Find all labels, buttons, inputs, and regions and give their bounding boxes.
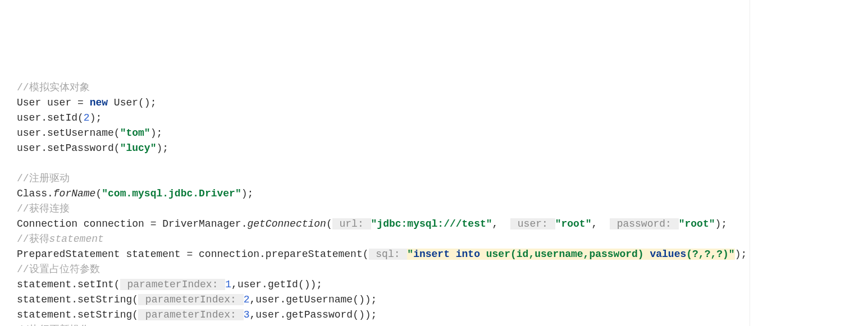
param-hint-url: url: bbox=[332, 218, 371, 229]
comment: //获得连接 bbox=[17, 203, 70, 214]
string: "tom" bbox=[120, 127, 150, 139]
sql-string: "insert into user(id,username,password) … bbox=[407, 249, 734, 260]
string: "jdbc:mysql:///test" bbox=[371, 218, 492, 229]
code: ); bbox=[156, 143, 168, 154]
param-hint-password: password: bbox=[610, 218, 679, 229]
comment: //获得 bbox=[17, 233, 49, 245]
comment: //注册驱动 bbox=[17, 173, 70, 184]
code: ); bbox=[90, 112, 102, 123]
param-hint-index: parameterIndex: bbox=[138, 294, 244, 305]
number: 3 bbox=[244, 309, 250, 320]
number: 2 bbox=[84, 112, 90, 123]
sql-text: user(id,username,password) bbox=[486, 249, 650, 260]
code: Connection connection = DriverManager. bbox=[17, 218, 247, 229]
param-hint-index: parameterIndex: bbox=[138, 309, 244, 320]
code: ); bbox=[715, 218, 728, 229]
param-hint-sql: sql: bbox=[369, 249, 408, 260]
number: 2 bbox=[244, 294, 250, 305]
quote: " bbox=[407, 249, 413, 260]
code: User(); bbox=[108, 97, 156, 108]
code: statement.setInt( bbox=[17, 279, 120, 290]
code-block: //模拟实体对象 User user = new User(); user.se… bbox=[17, 80, 868, 326]
string: "root" bbox=[679, 218, 715, 229]
comment: //模拟实体对象 bbox=[17, 82, 90, 93]
comment: //设置占位符参数 bbox=[17, 264, 100, 275]
param-hint-index: parameterIndex: bbox=[120, 279, 226, 290]
param-hint-user: user: bbox=[510, 218, 555, 229]
code: , bbox=[492, 218, 499, 229]
string: "com.mysql.jdbc.Driver" bbox=[102, 188, 241, 199]
code: User user = bbox=[17, 97, 90, 108]
static-method: forName bbox=[53, 188, 96, 199]
code: ); bbox=[735, 249, 747, 260]
code: user.setPassword( bbox=[17, 143, 120, 154]
code: statement.setString( bbox=[17, 309, 138, 320]
code: , bbox=[591, 218, 597, 229]
code: ); bbox=[241, 188, 254, 199]
sql-keyword: insert into bbox=[413, 249, 486, 260]
code: ,user.getPassword()); bbox=[250, 309, 377, 320]
number: 1 bbox=[225, 279, 231, 290]
static-method: getConnection bbox=[247, 218, 326, 229]
string: "root" bbox=[555, 218, 592, 229]
code: ); bbox=[150, 127, 163, 139]
comment: statement bbox=[49, 233, 104, 245]
code: user.setUsername( bbox=[17, 127, 120, 139]
code: ( bbox=[95, 188, 102, 199]
code: Class. bbox=[17, 188, 53, 199]
sql-text: (?,?,?) bbox=[686, 249, 729, 260]
sql-keyword: values bbox=[650, 249, 686, 260]
keyword-new: new bbox=[90, 97, 108, 108]
code: user.setId( bbox=[17, 112, 84, 123]
string: "lucy" bbox=[120, 143, 157, 154]
code: statement.setString( bbox=[17, 294, 138, 305]
code: ,user.getUsername()); bbox=[250, 294, 377, 305]
code: PreparedStatement statement = connection… bbox=[17, 249, 369, 260]
code: ( bbox=[326, 218, 332, 229]
vertical-guide bbox=[750, 0, 750, 326]
quote: " bbox=[729, 249, 735, 260]
code: ,user.getId()); bbox=[231, 279, 322, 290]
